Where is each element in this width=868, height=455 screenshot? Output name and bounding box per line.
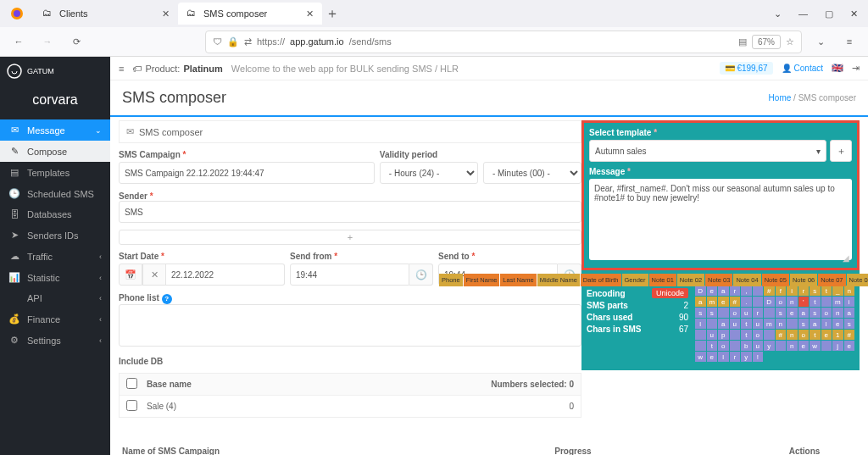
chevron-icon: ‹	[99, 315, 102, 324]
phone-list-input[interactable]	[119, 304, 581, 347]
sidebar-icon: 🕒	[8, 188, 20, 199]
sidebar-icon: 📊	[8, 272, 20, 283]
breadcrumb-home[interactable]: Home	[769, 93, 792, 103]
db-select-all-checkbox[interactable]	[126, 378, 137, 389]
svg-point-2	[8, 64, 21, 78]
placeholder-tag[interactable]: Middle Name	[537, 274, 580, 286]
sender-input[interactable]	[119, 201, 581, 223]
db-row-num: 0	[472, 402, 574, 411]
placeholder-tag[interactable]: Gender	[622, 274, 648, 286]
sidebar-item-databases[interactable]: 🗄Databases	[0, 204, 110, 225]
shield-icon: 🛡	[213, 36, 222, 47]
db-row-checkbox[interactable]	[126, 400, 137, 411]
sidebar-item-senders-ids[interactable]: ➤Senders IDs	[0, 225, 110, 246]
col-progress: Progress	[405, 447, 741, 455]
close-window-icon[interactable]: ✕	[850, 8, 858, 19]
select-template-label: Select template *	[589, 128, 852, 137]
appmenu-icon[interactable]: ≡	[839, 36, 860, 47]
template-select[interactable]: Autumn sales ▾	[589, 140, 826, 162]
parts-label: SMS parts	[587, 301, 628, 310]
address-bar[interactable]: 🛡 🔒 ⇄ https://app.gatum.io/send/sms ▤ 67…	[205, 31, 802, 53]
sidebar-item-label: Compose	[27, 147, 67, 157]
sidebar-item-api[interactable]: API‹	[0, 288, 110, 308]
db-row-name: Sale (4)	[147, 402, 472, 411]
chevron-down-icon[interactable]: ⌄	[774, 8, 782, 19]
tab-clients[interactable]: 🗂 Clients ✕	[34, 3, 178, 25]
chevron-icon: ‹	[99, 274, 102, 282]
logout-icon[interactable]: ⇥	[852, 63, 860, 74]
placeholder-tag[interactable]: Note 04	[733, 274, 760, 286]
bookmark-icon[interactable]: ☆	[786, 36, 794, 47]
placeholder-tag[interactable]: Note 06	[790, 274, 817, 286]
include-db-label: Include DB	[119, 353, 581, 366]
sidebar-item-label: Templates	[27, 168, 70, 178]
add-template-button[interactable]: ＋	[830, 140, 852, 162]
chevron-down-icon: ▾	[816, 147, 821, 156]
db-row[interactable]: Sale (4) 0	[120, 395, 581, 417]
favicon-icon: 🗂	[42, 8, 54, 19]
campaign-input[interactable]	[119, 162, 375, 184]
sidebar-item-statistic[interactable]: 📊Statistic‹	[0, 267, 110, 288]
placeholder-tag[interactable]: Last Name	[500, 274, 536, 286]
clear-date-icon[interactable]: ✕	[142, 264, 166, 286]
brand: corvara	[0, 86, 110, 119]
new-tab-button[interactable]: ＋	[322, 5, 342, 23]
placeholder-tag[interactable]: Note 02	[677, 274, 704, 286]
add-sender-button[interactable]: +	[119, 230, 581, 245]
sidebar-item-traffic[interactable]: ☁Traffic‹	[0, 246, 110, 267]
placeholder-tag[interactable]: Note 05	[762, 274, 789, 286]
zoom-level[interactable]: 67%	[752, 35, 781, 49]
encoding-badge: Unicode	[652, 288, 688, 298]
sidebar-item-compose[interactable]: ✎Compose	[0, 141, 110, 162]
reload-button[interactable]: ⟳	[66, 36, 86, 47]
placeholder-tag[interactable]: Note 03	[705, 274, 732, 286]
svg-point-1	[14, 10, 20, 17]
placeholder-tag[interactable]: Note 01	[649, 274, 676, 286]
balance-badge[interactable]: 💳 €199,67	[720, 62, 773, 75]
send-from-label: Send from *	[290, 252, 433, 261]
validity-label: Validity period	[380, 150, 478, 159]
template-panel: Select template * Autumn sales ▾ ＋ Messa…	[581, 120, 860, 270]
sidebar-item-scheduled-sms[interactable]: 🕒Scheduled SMS	[0, 183, 110, 204]
pocket-icon[interactable]: ⌄	[810, 36, 831, 47]
placeholder-tag[interactable]: Note 07	[818, 274, 845, 286]
sidebar-item-label: Finance	[27, 314, 60, 325]
forward-button[interactable]: →	[37, 36, 58, 47]
url-prefix: https://	[257, 36, 285, 47]
envelope-icon: ✉	[126, 126, 134, 137]
tab-sms-composer[interactable]: 🗂 SMS composer ✕	[178, 3, 322, 25]
sidebar-icon: ▤	[8, 167, 20, 178]
sidebar-icon: ☁	[8, 251, 20, 262]
hours-select[interactable]: - Hours (24) -	[380, 162, 478, 184]
sidebar-item-finance[interactable]: 💰Finance‹	[0, 308, 110, 330]
placeholder-tag[interactable]: Date of Birth	[581, 274, 621, 286]
char-grid: Dear,#first_name#.Don'tmissourseasonalau…	[695, 286, 854, 362]
sidebar-item-label: Settings	[27, 336, 61, 346]
flag-icon[interactable]: 🇬🇧	[832, 63, 843, 74]
reader-icon[interactable]: ▤	[738, 36, 747, 47]
message-textarea[interactable]: Dear, #first_name#. Don't miss our seaso…	[589, 179, 852, 260]
close-icon[interactable]: ✕	[162, 8, 170, 19]
db-head-num: Numbers selected: 0	[472, 380, 574, 389]
sidebar-item-message[interactable]: ✉Message⌄	[0, 119, 110, 141]
placeholder-tag[interactable]: Note 08	[847, 274, 868, 286]
topbar: ≡ 🏷 Product: Platinum Welcome to the web…	[110, 57, 868, 80]
maximize-icon[interactable]: ▢	[825, 8, 833, 19]
contact-link[interactable]: 👤Contact	[782, 64, 823, 73]
sidebar-item-label: API	[27, 293, 42, 303]
start-date-input[interactable]	[166, 264, 285, 286]
calendar-icon[interactable]: 📅	[119, 264, 142, 286]
send-from-input[interactable]	[290, 264, 409, 286]
sidebar-item-templates[interactable]: ▤Templates	[0, 162, 110, 183]
close-icon[interactable]: ✕	[306, 8, 314, 19]
hamburger-icon[interactable]: ≡	[119, 64, 124, 74]
help-icon[interactable]: ?	[162, 294, 172, 304]
message-label: Message *	[589, 167, 852, 176]
minutes-select[interactable]: - Minutes (00) -	[483, 162, 581, 184]
sidebar-item-settings[interactable]: ⚙Settings‹	[0, 330, 110, 351]
clock-icon[interactable]: 🕒	[409, 264, 433, 286]
placeholder-tag[interactable]: First Name	[464, 274, 500, 286]
placeholder-tag[interactable]: Phone	[439, 274, 463, 286]
back-button[interactable]: ←	[8, 36, 29, 47]
minimize-icon[interactable]: —	[798, 8, 808, 19]
